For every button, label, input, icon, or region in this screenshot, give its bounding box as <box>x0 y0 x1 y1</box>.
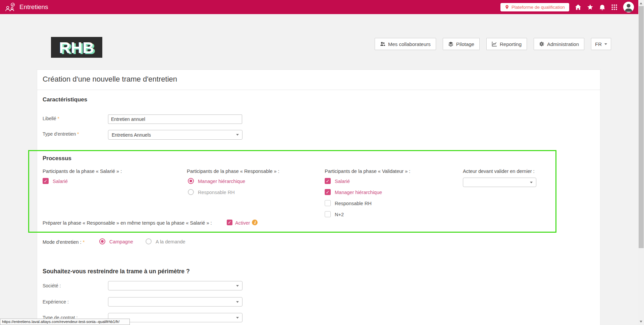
user-avatar[interactable] <box>623 2 634 12</box>
environment-badge-label: Plateforme de qualification <box>512 5 565 10</box>
nav-administration-button[interactable]: Administration <box>534 38 584 50</box>
required-asterisk: * <box>57 116 59 121</box>
vertical-scrollbar <box>638 0 644 325</box>
validateur-phase-label: Participants de la phase « Validateur » … <box>325 169 410 174</box>
salarie-phase-label: Participants de la phase « Salarié » : <box>43 169 122 174</box>
scroll-up-arrow-icon[interactable] <box>640 2 642 4</box>
required-asterisk: * <box>83 239 85 245</box>
perimeter-heading: Souhaitez-vous restreindre la trame à un… <box>43 268 190 275</box>
bell-icon[interactable] <box>599 4 605 10</box>
radio-responsable-rh[interactable] <box>188 189 194 195</box>
status-url-tooltip: https://entretiens.laval.altays.com/reve… <box>0 319 130 325</box>
acteur-valider-label: Acteur devant valider en dernier : <box>463 169 535 174</box>
radio-manager-hierarchique[interactable] <box>188 178 194 184</box>
prepare-phase-label: Préparer la phase « Responsable » en mêm… <box>43 220 212 226</box>
nav-reporting-label: Reporting <box>500 41 522 47</box>
page-title: Création d'une nouvelle trame d'entretie… <box>43 75 177 84</box>
nav-collaborators-label: Mes collaborateurs <box>388 41 431 47</box>
gear-icon <box>539 41 544 47</box>
checkbox-validateur-n2[interactable] <box>325 211 331 217</box>
layers-icon <box>448 41 453 47</box>
location-pin-icon <box>505 4 509 10</box>
chevron-down-icon <box>236 317 239 319</box>
process-heading: Processus <box>43 155 71 162</box>
checkbox-validateur-salarie[interactable] <box>325 178 331 184</box>
libelle-label: Libellé * <box>43 116 59 121</box>
checkbox-salarie-label[interactable]: Salarié <box>53 179 68 184</box>
nav-pilotage-label: Pilotage <box>456 41 474 47</box>
star-icon[interactable] <box>587 4 593 10</box>
app-grid-icon[interactable] <box>611 4 618 10</box>
chevron-down-icon <box>530 182 533 183</box>
home-icon[interactable] <box>575 4 581 10</box>
nav-pilotage-button[interactable]: Pilotage <box>443 38 480 50</box>
chevron-down-icon <box>236 285 239 287</box>
scroll-down-arrow-icon[interactable] <box>640 321 642 323</box>
radio-campagne-label[interactable]: Campagne <box>109 239 133 244</box>
checkbox-validateur-rh[interactable] <box>325 200 331 206</box>
radio-manager-hierarchique-label[interactable]: Manager hiérarchique <box>198 179 245 184</box>
info-icon[interactable]: i <box>252 220 258 225</box>
users-icon <box>380 41 385 47</box>
checkbox-validateur-manager[interactable] <box>325 189 331 195</box>
characteristics-heading: Caractéristiques <box>43 96 87 103</box>
checkbox-validateur-n2-label[interactable]: N+2 <box>335 212 344 217</box>
radio-a-la-demande[interactable] <box>146 238 152 244</box>
divider <box>37 90 600 90</box>
checkbox-activer[interactable] <box>227 220 232 225</box>
societe-select[interactable] <box>108 281 243 290</box>
experience-label: Expérience : <box>43 299 69 305</box>
checkbox-activer-label[interactable]: Activer <box>235 220 250 226</box>
scrollbar-thumb[interactable] <box>639 6 644 248</box>
app-title: Entretiens <box>19 3 48 11</box>
header-bar: Entretiens Plateforme de qualification <box>0 0 644 14</box>
responsable-phase-label: Participants de la phase « Responsable »… <box>187 169 279 174</box>
language-label: FR <box>595 41 602 47</box>
mode-entretien-label: Mode d'entretien : * <box>43 239 85 245</box>
chevron-down-icon <box>236 134 239 136</box>
chevron-down-icon <box>236 301 239 303</box>
type-entretien-select[interactable]: Entretiens Annuels <box>108 130 243 140</box>
nav-reporting-button[interactable]: Reporting <box>486 38 527 50</box>
acteur-valider-select[interactable] <box>463 178 536 187</box>
radio-a-la-demande-label[interactable]: A la demande <box>156 239 185 244</box>
line-chart-icon <box>492 41 497 47</box>
main-nav: Mes collaborateurs Pilotage Reporting <box>375 38 611 50</box>
radio-responsable-rh-label[interactable]: Responsable RH <box>198 190 235 195</box>
app-logo-icon <box>5 2 16 12</box>
required-asterisk: * <box>77 131 79 137</box>
company-logo-text: RHB <box>59 38 94 57</box>
type-entretien-value: Entretiens Annuels <box>112 132 151 138</box>
type-entretien-label: Type d'entretien * <box>43 131 79 137</box>
environment-badge[interactable]: Plateforme de qualification <box>500 3 569 11</box>
societe-label: Société : <box>43 283 61 288</box>
checkbox-validateur-rh-label[interactable]: Responsable RH <box>335 201 372 206</box>
checkbox-validateur-salarie-label[interactable]: Salarié <box>335 179 350 184</box>
chevron-down-icon <box>604 43 607 45</box>
nav-administration-label: Administration <box>547 41 579 47</box>
company-logo[interactable]: RHB <box>51 37 102 58</box>
nav-collaborators-button[interactable]: Mes collaborateurs <box>375 38 436 50</box>
checkbox-salarie[interactable] <box>43 178 49 184</box>
checkbox-validateur-manager-label[interactable]: Manager hiérarchique <box>335 190 382 195</box>
experience-select[interactable] <box>108 297 243 307</box>
language-selector[interactable]: FR <box>591 38 611 50</box>
libelle-input[interactable] <box>108 114 242 124</box>
radio-campagne[interactable] <box>99 238 105 244</box>
